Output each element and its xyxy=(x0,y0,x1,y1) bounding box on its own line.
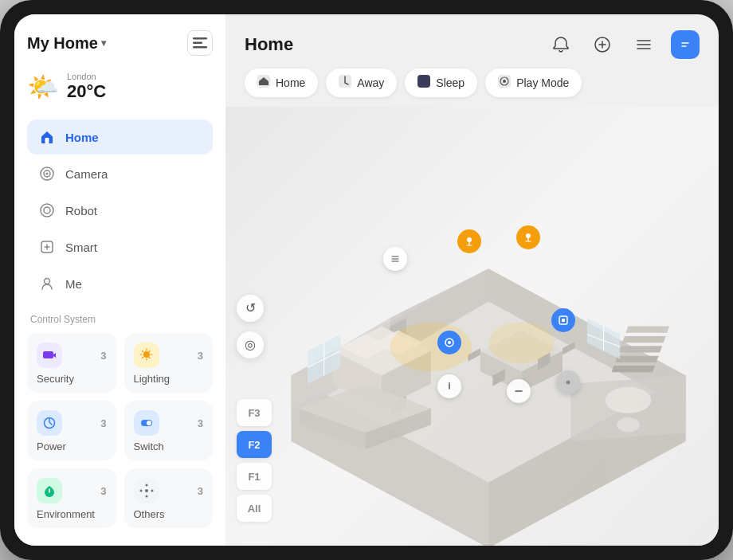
control-grid: 3 Security 3 Ligh xyxy=(27,333,213,528)
camera-icon xyxy=(38,165,56,182)
environment-label: Environment xyxy=(37,508,107,520)
lighting-label: Lighting xyxy=(134,373,204,385)
add-button[interactable] xyxy=(588,30,617,59)
weather-city: London xyxy=(67,72,106,81)
robot-nav-label: Robot xyxy=(65,204,97,217)
refresh-icon: ↺ xyxy=(245,300,256,315)
sidebar: My Home ▾ 🌤️ London 20°C xyxy=(14,14,225,546)
svg-rect-56 xyxy=(626,327,670,333)
refresh-button[interactable]: ↺ xyxy=(237,295,264,322)
sidebar-item-camera[interactable]: Camera xyxy=(27,156,213,191)
home-icon xyxy=(38,128,56,146)
svg-point-70 xyxy=(526,233,531,238)
switch-card-top: 3 xyxy=(134,410,204,436)
svg-point-69 xyxy=(467,237,472,242)
tab-away-mode[interactable]: Away xyxy=(326,69,397,97)
me-nav-label: Me xyxy=(65,277,82,291)
svg-point-10 xyxy=(45,279,50,284)
svg-point-17 xyxy=(145,489,148,492)
svg-rect-11 xyxy=(43,351,53,358)
floor-all-button[interactable]: All xyxy=(237,495,272,522)
svg-rect-59 xyxy=(615,356,659,362)
power-card-top: 3 xyxy=(37,410,107,436)
power-card-icon xyxy=(37,410,62,436)
home-nav-label: Home xyxy=(65,131,99,144)
floor-plan-background: ↺ ◎ F3 F2 xyxy=(225,107,719,546)
weather-info: London 20°C xyxy=(67,72,106,102)
sidebar-item-robot[interactable]: Robot xyxy=(27,193,213,228)
user-avatar[interactable] xyxy=(671,30,700,59)
sidebar-item-home[interactable]: Home xyxy=(27,119,213,155)
home-title-label[interactable]: My Home ▾ xyxy=(27,34,106,53)
sidebar-item-me[interactable]: Me xyxy=(27,266,213,301)
control-card-others[interactable]: 3 Others xyxy=(124,468,214,528)
svg-point-72 xyxy=(448,341,451,344)
toggle-icon xyxy=(193,37,207,49)
svg-rect-0 xyxy=(193,37,207,40)
play-mode-icon xyxy=(498,75,511,91)
svg-point-20 xyxy=(139,490,142,492)
others-count: 3 xyxy=(198,485,203,497)
floor-f2-button[interactable]: F2 xyxy=(237,431,272,458)
svg-rect-1 xyxy=(193,42,202,45)
others-label: Others xyxy=(134,508,204,520)
device-gray[interactable] xyxy=(556,370,580,394)
svg-point-21 xyxy=(151,490,153,492)
others-card-icon xyxy=(134,478,159,503)
floor-f3-button[interactable]: F3 xyxy=(237,399,272,426)
security-label: Security xyxy=(37,373,107,385)
sleep-mode-label: Sleep xyxy=(436,76,464,89)
control-card-environment[interactable]: 3 Environment xyxy=(27,468,116,528)
lighting-card-top: 3 xyxy=(134,343,204,368)
all-label: All xyxy=(248,503,261,515)
tablet-screen: My Home ▾ 🌤️ London 20°C xyxy=(14,14,719,546)
svg-point-54 xyxy=(606,387,652,413)
play-mode-label: Play Mode xyxy=(516,76,569,89)
svg-point-78 xyxy=(566,380,570,384)
floor-f1-button[interactable]: F1 xyxy=(237,463,272,490)
svg-point-76 xyxy=(449,382,450,384)
lighting-count: 3 xyxy=(198,350,203,362)
main-header: Home xyxy=(225,14,719,69)
sleep-mode-icon xyxy=(417,75,430,91)
svg-rect-60 xyxy=(611,366,655,372)
svg-rect-74 xyxy=(562,319,565,322)
control-card-switch[interactable]: 3 Switch xyxy=(124,401,214,460)
app-title: My Home xyxy=(27,34,98,53)
svg-rect-58 xyxy=(619,346,663,352)
sidebar-toggle-button[interactable] xyxy=(187,30,213,56)
svg-marker-12 xyxy=(53,353,56,358)
control-card-security[interactable]: 3 Security xyxy=(27,333,116,393)
power-count: 3 xyxy=(100,417,106,429)
device-right[interactable] xyxy=(551,308,575,332)
f1-label: F1 xyxy=(248,471,260,483)
tab-play-mode[interactable]: Play Mode xyxy=(485,69,582,97)
control-card-lighting[interactable]: 3 Lighting xyxy=(124,333,214,393)
device-light-2[interactable] xyxy=(516,225,540,249)
me-icon xyxy=(38,275,56,292)
svg-rect-57 xyxy=(622,336,666,343)
control-section-label: Control System xyxy=(30,314,210,325)
device-center[interactable] xyxy=(437,331,461,354)
sidebar-item-smart[interactable]: Smart xyxy=(27,229,213,264)
tab-home-mode[interactable]: Home xyxy=(245,69,318,97)
svg-point-19 xyxy=(145,495,147,498)
svg-point-18 xyxy=(145,484,147,487)
weather-icon: 🌤️ xyxy=(27,72,59,102)
tab-sleep-mode[interactable]: Sleep xyxy=(405,69,477,97)
floor-buttons: F3 F2 F1 All xyxy=(237,399,272,522)
device-light-1[interactable] xyxy=(457,229,481,253)
target-button[interactable]: ◎ xyxy=(237,331,264,358)
home-mode-label: Home xyxy=(276,76,305,89)
left-controls: ↺ ◎ xyxy=(237,295,264,358)
svg-point-29 xyxy=(503,80,506,83)
svg-rect-26 xyxy=(417,75,430,88)
notification-button[interactable] xyxy=(547,30,575,59)
smart-nav-label: Smart xyxy=(65,241,97,254)
menu-button[interactable] xyxy=(629,30,658,59)
svg-point-6 xyxy=(46,173,49,175)
smart-icon xyxy=(38,238,56,256)
security-card-top: 3 xyxy=(37,343,107,368)
control-card-power[interactable]: 3 Power xyxy=(27,401,116,460)
device-minus[interactable] xyxy=(507,379,531,403)
